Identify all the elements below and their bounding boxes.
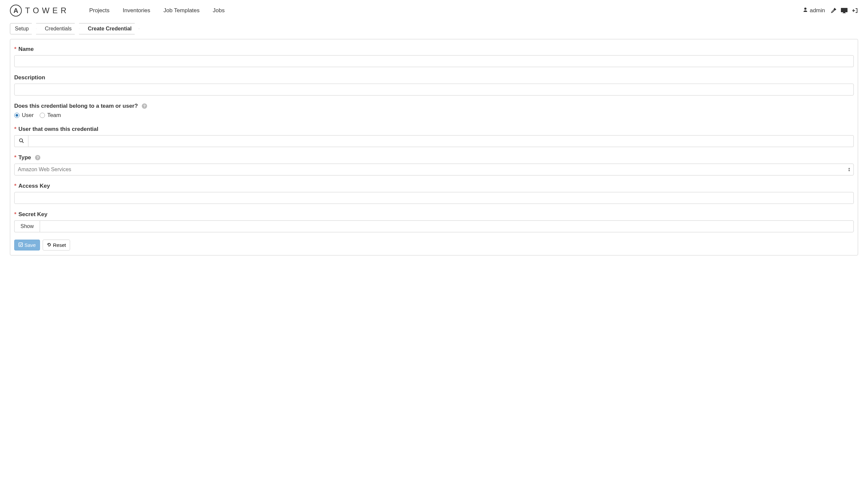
name-label: Name [19,46,34,52]
breadcrumb-setup[interactable]: Setup [10,23,36,34]
radio-team-label: Team [47,112,61,119]
logo[interactable]: A TOWER [10,4,69,16]
owner-type-group: Does this credential belong to a team or… [14,103,854,119]
name-group: * Name [14,46,854,67]
secret-key-input[interactable] [40,220,854,232]
svg-point-3 [20,139,23,142]
show-secret-button[interactable]: Show [14,220,40,232]
radio-user[interactable] [14,113,20,118]
owner-question-label: Does this credential belong to a team or… [14,103,138,109]
radio-user-label: User [22,112,34,119]
description-label: Description [14,74,45,81]
required-marker: * [14,126,16,133]
monitor-icon[interactable] [841,8,847,14]
owner-user-label: User that owns this credential [19,126,98,133]
type-label: Type [19,154,31,161]
required-marker: * [14,183,16,190]
header-left: A TOWER Projects Inventories Job Templat… [10,4,225,16]
logo-icon: A [10,4,22,16]
required-marker: * [14,211,16,218]
check-icon [19,242,23,248]
nav-projects[interactable]: Projects [89,7,109,14]
owner-user-group: * User that owns this credential [14,126,854,147]
breadcrumb-credentials[interactable]: Credentials [36,23,79,34]
save-button-label: Save [24,242,36,248]
nav-inventories[interactable]: Inventories [123,7,150,14]
radio-team-item[interactable]: Team [40,112,61,119]
svg-rect-2 [843,13,846,13]
description-group: Description [14,74,854,96]
logo-text: TOWER [25,6,69,15]
user-icon [803,7,808,14]
radio-user-item[interactable]: User [14,112,34,119]
header-right: admin [803,7,858,14]
access-key-input[interactable] [14,192,854,204]
type-group: * Type ? ▲▼ [14,154,854,175]
help-icon[interactable]: ? [142,104,147,109]
type-select[interactable] [14,163,854,175]
nav-jobs[interactable]: Jobs [213,7,225,14]
form-panel: * Name Description Does this credential … [10,39,858,255]
secret-key-label: Secret Key [19,211,48,218]
nav-job-templates[interactable]: Job Templates [163,7,199,14]
required-marker: * [14,154,16,161]
reset-button-label: Reset [53,242,66,248]
svg-rect-0 [841,8,847,12]
user-menu[interactable]: admin [803,7,825,14]
description-input[interactable] [14,84,854,96]
svg-rect-1 [843,12,845,13]
button-row: Save Reset [14,240,854,251]
search-icon [19,138,24,144]
owner-user-input[interactable] [28,135,854,147]
svg-rect-5 [19,243,23,246]
access-key-group: * Access Key [14,183,854,204]
breadcrumb: Setup Credentials Create Credential [10,23,858,34]
access-key-label: Access Key [19,183,50,190]
username-label: admin [810,7,825,14]
secret-key-group: * Secret Key Show [14,211,854,232]
help-icon[interactable]: ? [35,155,40,160]
header: A TOWER Projects Inventories Job Templat… [10,0,858,19]
settings-icon[interactable] [830,7,836,14]
undo-icon [47,242,51,248]
name-input[interactable] [14,55,854,67]
radio-team[interactable] [40,113,45,118]
breadcrumb-create-credential[interactable]: Create Credential [79,23,140,34]
reset-button[interactable]: Reset [43,240,70,251]
svg-line-4 [22,142,23,143]
main-nav: Projects Inventories Job Templates Jobs [89,7,225,14]
logout-icon[interactable] [852,8,858,14]
required-marker: * [14,46,16,52]
save-button[interactable]: Save [14,240,40,251]
user-lookup-button[interactable] [14,135,28,147]
